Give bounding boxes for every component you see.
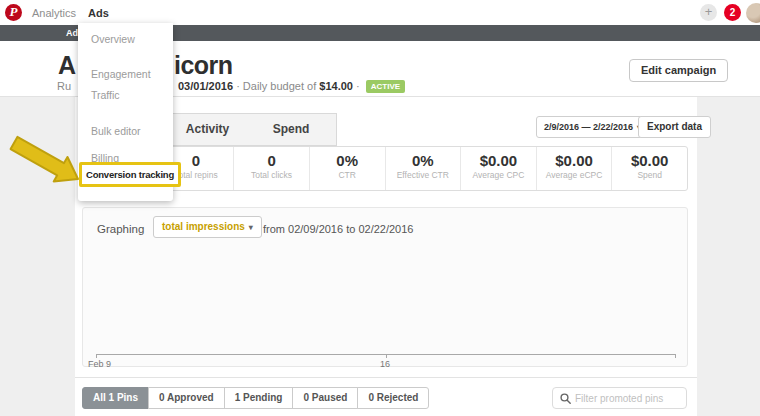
campaign-subtitle-fragment-left: Ru <box>57 80 71 92</box>
stat-average-ecpc: $0.00 Average eCPC <box>536 147 612 190</box>
menu-item-engagement[interactable]: Engagement <box>91 68 151 80</box>
axis-label-16: 16 <box>380 359 390 369</box>
campaign-subtitle: 03/01/2016 · Daily budget of $14.00 · AC… <box>178 80 405 93</box>
graphing-label: Graphing <box>97 223 144 235</box>
annotation-arrow-icon <box>4 131 84 193</box>
graph-card: Graphing total impressions▾ from 02/09/2… <box>82 207 688 367</box>
filter-all-pins-button[interactable]: All 1 Pins <box>82 387 149 409</box>
end-date: 03/01/2016 <box>178 80 233 92</box>
bottom-divider <box>75 377 697 378</box>
top-nav-bar: P Analytics Ads + 2 <box>0 0 760 25</box>
separator-dot: · <box>356 80 360 92</box>
stat-value: 0 <box>234 153 309 169</box>
avatar[interactable] <box>746 3 760 23</box>
budget-text: Daily budget of <box>243 80 316 92</box>
campaign-title-fragment-right: icorn <box>174 51 233 80</box>
graph-metric-select[interactable]: total impressions▾ <box>153 216 262 238</box>
stat-spend: $0.00 Spend <box>611 147 687 190</box>
date-range-value: 2/9/2016 — 2/22/2016 <box>544 122 633 132</box>
stat-effective-ctr: 0% Effective CTR <box>385 147 461 190</box>
graph-metric-value: total impressions <box>162 221 245 232</box>
filter-paused-button[interactable]: 0 Paused <box>292 387 358 409</box>
stat-value: 0% <box>386 153 461 169</box>
stat-average-cpc: $0.00 Average CPC <box>460 147 536 190</box>
stat-label: CTR <box>310 170 385 180</box>
stat-value: $0.00 <box>612 153 687 169</box>
axis-tick <box>675 354 676 358</box>
filter-pending-button[interactable]: 1 Pending <box>224 387 294 409</box>
pinterest-ads-dashboard: P Analytics Ads + 2 Ads A icorn Ru 03/01… <box>0 0 760 416</box>
stat-label: Spend <box>612 170 687 180</box>
menu-item-conversion-tracking[interactable]: Conversion tracking <box>79 162 181 187</box>
menu-item-traffic[interactable]: Traffic <box>91 89 120 101</box>
separator-dot: · <box>236 80 240 92</box>
menu-item-bulk-editor[interactable]: Bulk editor <box>91 125 141 137</box>
axis-tick <box>96 354 97 358</box>
chevron-down-icon: ▾ <box>249 223 253 232</box>
campaign-title-fragment-left: A <box>58 51 76 80</box>
stat-ctr: 0% CTR <box>309 147 385 190</box>
stat-label: Total clicks <box>234 170 309 180</box>
axis-label-feb9: Feb 9 <box>88 359 111 369</box>
filter-approved-button[interactable]: 0 Approved <box>148 387 225 409</box>
stat-value: $0.00 <box>537 153 612 169</box>
stat-label: Effective CTR <box>386 170 461 180</box>
budget-amount: $14.00 <box>319 80 353 92</box>
ads-dropdown-menu: Overview Engagement Traffic Bulk editor … <box>78 23 173 201</box>
stat-value: $0.00 <box>461 153 536 169</box>
pinterest-logo-icon[interactable]: P <box>5 4 22 21</box>
search-box <box>552 387 687 409</box>
tab-activity[interactable]: Activity <box>168 113 247 146</box>
filter-rejected-button[interactable]: 0 Rejected <box>357 387 429 409</box>
nav-analytics[interactable]: Analytics <box>32 7 76 19</box>
date-range-select[interactable]: 2/9/2016 — 2/22/2016▾ <box>536 116 649 138</box>
export-data-button[interactable]: Export data <box>638 116 711 138</box>
stat-label: Average CPC <box>461 170 536 180</box>
nav-ads[interactable]: Ads <box>88 7 109 19</box>
stat-label: Average eCPC <box>537 170 612 180</box>
stat-value: 0% <box>310 153 385 169</box>
filter-pins-input[interactable] <box>575 393 675 404</box>
menu-item-overview[interactable]: Overview <box>91 33 135 45</box>
pin-filter-group: All 1 Pins 0 Approved 1 Pending 0 Paused… <box>83 387 429 409</box>
search-icon <box>560 393 571 404</box>
edit-campaign-button[interactable]: Edit campaign <box>629 59 728 82</box>
axis-tick <box>386 354 387 358</box>
status-badge: ACTIVE <box>366 80 405 93</box>
notification-badge[interactable]: 2 <box>724 4 741 21</box>
graph-range-text: from 02/09/2016 to 02/22/2016 <box>263 223 413 235</box>
tab-spend[interactable]: Spend <box>246 113 337 146</box>
stat-total-clicks: 0 Total clicks <box>233 147 309 190</box>
plus-icon[interactable]: + <box>700 4 717 21</box>
